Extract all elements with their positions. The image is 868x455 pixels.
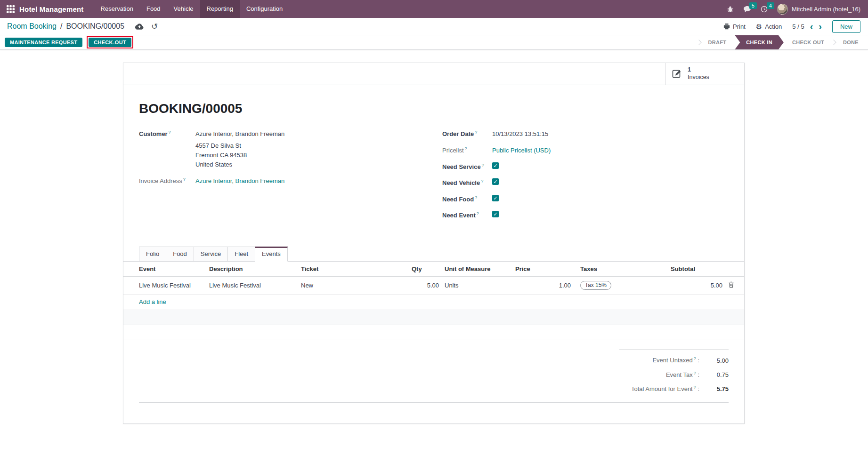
customer-name: Azure Interior, Brandon Freeman — [195, 130, 284, 137]
form-sheet: 1 Invoices BOOKING/00005 Customer? Azure… — [123, 63, 745, 424]
status-pipeline: DRAFT CHECK IN CHECK OUT DONE — [698, 35, 867, 49]
tab-service[interactable]: Service — [194, 247, 228, 262]
need-service-checkbox[interactable]: ✓ — [492, 162, 499, 169]
need-event-label: Need Event? — [442, 211, 492, 219]
print-button[interactable]: Print — [723, 23, 746, 30]
pager-previous-icon[interactable]: ‹ — [810, 22, 813, 31]
invoice-address-link[interactable]: Azure Interior, Brandon Freeman — [195, 176, 284, 186]
add-a-line-link[interactable]: Add a line — [139, 298, 166, 305]
cell-price[interactable]: 1.00 — [512, 277, 574, 295]
menu-reporting[interactable]: Reporting — [200, 0, 240, 18]
tax-tag[interactable]: Tax 15% — [580, 281, 611, 290]
invoices-smart-button[interactable]: 1 Invoices — [665, 63, 744, 85]
totals-block: Event Untaxed? : 5.00 Event Tax? : 0.75 … — [619, 350, 729, 396]
top-navbar: Hotel Management Reservation Food Vehicl… — [0, 0, 868, 18]
total-event-tax: Event Tax? : 0.75 — [619, 367, 729, 382]
pencil-square-icon — [672, 69, 682, 79]
header-unit-of-measure[interactable]: Unit of Measure — [442, 262, 512, 277]
header-price[interactable]: Price — [512, 262, 574, 277]
header-description[interactable]: Description — [206, 262, 298, 277]
menu-food[interactable]: Food — [140, 0, 167, 18]
step-check-in[interactable]: CHECK IN — [735, 35, 784, 49]
app-title[interactable]: Hotel Management — [19, 5, 84, 13]
discard-undo-icon[interactable]: ↺ — [151, 23, 158, 31]
notebook-tabs: Folio Food Service Fleet Events — [123, 247, 744, 262]
cell-qty[interactable]: 5.00 — [409, 277, 442, 295]
pricelist-link[interactable]: Public Pricelist (USD) — [492, 146, 551, 155]
order-date-label: Order Date? — [442, 129, 492, 139]
total-event-untaxed: Event Untaxed? : 5.00 — [619, 353, 729, 367]
event-lines-table: Event Description Ticket Qty Unit of Mea… — [123, 262, 744, 295]
gear-icon: ⚙ — [756, 23, 762, 30]
tab-folio[interactable]: Folio — [139, 247, 166, 262]
apps-grid-icon[interactable] — [7, 5, 15, 13]
customer-field[interactable]: Azure Interior, Brandon Freeman 4557 De … — [195, 129, 284, 169]
header-subtotal[interactable]: Subtotal — [668, 262, 725, 277]
breadcrumb-current: BOOKING/00005 — [66, 22, 124, 31]
header-ticket[interactable]: Ticket — [298, 262, 409, 277]
breadcrumb-separator: / — [60, 22, 62, 31]
pager-value: 5 / 5 — [792, 23, 804, 30]
invoices-count: 1 — [688, 66, 709, 74]
page-title: BOOKING/00005 — [139, 101, 729, 116]
need-food-label: Need Food? — [442, 195, 492, 203]
cell-event[interactable]: Live Music Festival — [123, 277, 206, 295]
control-panel: Room Booking / BOOKING/00005 ↺ Print ⚙ A… — [0, 18, 868, 35]
breadcrumb-room-booking[interactable]: Room Booking — [7, 22, 57, 31]
need-vehicle-label: Need Vehicle? — [442, 178, 492, 186]
step-draft[interactable]: DRAFT — [700, 35, 735, 49]
activities-clock-icon[interactable]: 4 — [761, 6, 768, 13]
user-avatar — [777, 4, 788, 15]
cell-subtotal: 5.00 — [668, 277, 725, 295]
menu-reservation[interactable]: Reservation — [94, 0, 140, 18]
cell-uom[interactable]: Units — [442, 277, 512, 295]
order-date-value[interactable]: 10/13/2023 13:51:15 — [492, 129, 548, 139]
maintenance-request-button[interactable]: MAINTENANCE REQUEST — [5, 38, 82, 47]
header-actions — [725, 262, 744, 277]
save-cloud-icon[interactable] — [135, 23, 144, 30]
annotation-highlight-box: CHECK-OUT — [87, 36, 133, 48]
messages-icon[interactable]: 5 — [743, 6, 751, 13]
user-menu[interactable]: Mitchell Admin (hotel_16) — [777, 4, 860, 15]
pager: 5 / 5 ‹ › — [792, 22, 822, 31]
need-food-checkbox[interactable]: ✓ — [492, 195, 499, 201]
menu-configuration[interactable]: Configuration — [240, 0, 289, 18]
activities-count-badge: 4 — [767, 2, 774, 9]
empty-list-row — [123, 310, 744, 325]
new-button[interactable]: New — [832, 20, 860, 33]
pricelist-label: Pricelist? — [442, 146, 492, 155]
tab-events[interactable]: Events — [255, 247, 288, 262]
need-vehicle-checkbox[interactable]: ✓ — [492, 178, 499, 185]
cell-description[interactable]: Live Music Festival — [206, 277, 298, 295]
action-button[interactable]: ⚙ Action — [756, 23, 782, 30]
breadcrumb: Room Booking / BOOKING/00005 ↺ — [7, 22, 158, 31]
step-done[interactable]: DONE — [835, 35, 867, 49]
debug-bug-icon[interactable] — [727, 6, 734, 13]
form-view: 1 Invoices BOOKING/00005 Customer? Azure… — [0, 63, 868, 424]
smart-button-box: 1 Invoices — [123, 63, 744, 85]
check-out-button[interactable]: CHECK-OUT — [89, 38, 131, 47]
total-amount-for-event: Total Amount for Event? : 5.75 — [619, 382, 729, 396]
pager-next-icon[interactable]: › — [819, 22, 822, 31]
delete-row-trash-icon[interactable] — [728, 281, 734, 288]
tab-food[interactable]: Food — [166, 247, 194, 262]
messages-count-badge: 5 — [749, 2, 757, 9]
customer-address: 4557 De Silva St Fremont CA 94538 United… — [195, 141, 284, 169]
header-qty[interactable]: Qty — [409, 262, 442, 277]
invoice-address-label: Invoice Address? — [139, 176, 195, 186]
header-taxes[interactable]: Taxes — [574, 262, 668, 277]
cell-ticket[interactable]: New — [298, 277, 409, 295]
need-event-checkbox[interactable]: ✓ — [492, 211, 499, 217]
table-row[interactable]: Live Music Festival Live Music Festival … — [123, 277, 744, 295]
menu-vehicle[interactable]: Vehicle — [167, 0, 200, 18]
tab-fleet[interactable]: Fleet — [227, 247, 255, 262]
user-name: Mitchell Admin (hotel_16) — [792, 6, 860, 13]
customer-label: Customer? — [139, 129, 195, 169]
empty-list-row — [123, 325, 744, 340]
invoices-label: Invoices — [688, 74, 709, 81]
statusbar: MAINTENANCE REQUEST CHECK-OUT DRAFT CHEC… — [0, 35, 868, 50]
header-event[interactable]: Event — [123, 262, 206, 277]
need-service-label: Need Service? — [442, 162, 492, 170]
step-check-out[interactable]: CHECK OUT — [784, 35, 833, 49]
table-header-row: Event Description Ticket Qty Unit of Mea… — [123, 262, 744, 277]
